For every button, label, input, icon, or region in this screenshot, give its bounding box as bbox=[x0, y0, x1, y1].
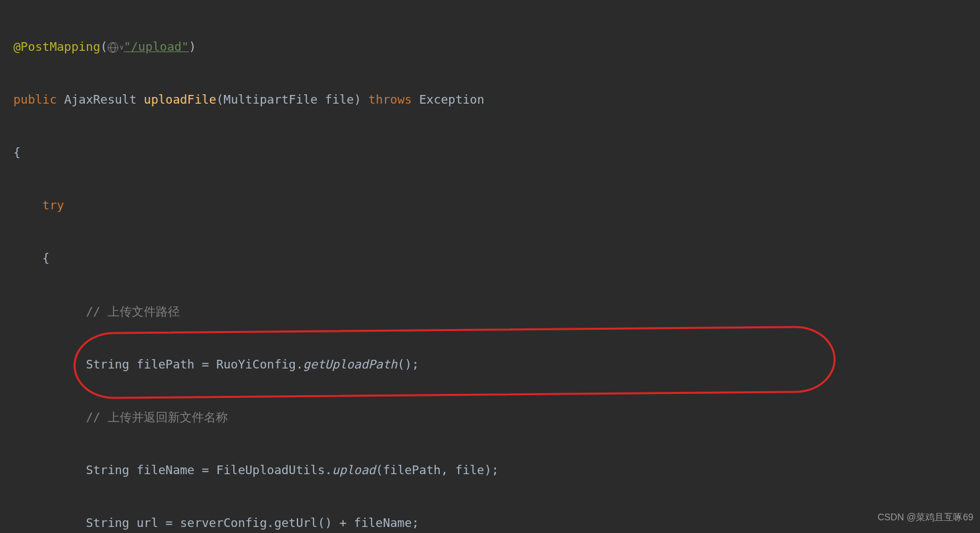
code-line: public AjaxResult uploadFile(MultipartFi… bbox=[0, 86, 980, 113]
code-line: // 上传并返回新文件名称 bbox=[0, 404, 980, 431]
code-line: try bbox=[0, 192, 980, 219]
code-editor[interactable]: @PostMapping(∨"/upload") public AjaxResu… bbox=[0, 7, 980, 533]
watermark: CSDN @菜鸡且互啄69 bbox=[878, 507, 973, 528]
code-line: String fileName = FileUploadUtils.upload… bbox=[0, 457, 980, 484]
code-line: // 上传文件路径 bbox=[0, 298, 980, 325]
globe-icon bbox=[108, 42, 118, 53]
code-line: { bbox=[0, 245, 980, 272]
code-line: String filePath = RuoYiConfig.getUploadP… bbox=[0, 351, 980, 378]
annotation: @PostMapping bbox=[13, 39, 100, 54]
code-line: { bbox=[0, 139, 980, 166]
code-line: String url = serverConfig.getUrl() + fil… bbox=[0, 510, 980, 533]
string-literal: "/upload" bbox=[124, 39, 189, 54]
code-line: @PostMapping(∨"/upload") bbox=[0, 33, 980, 60]
